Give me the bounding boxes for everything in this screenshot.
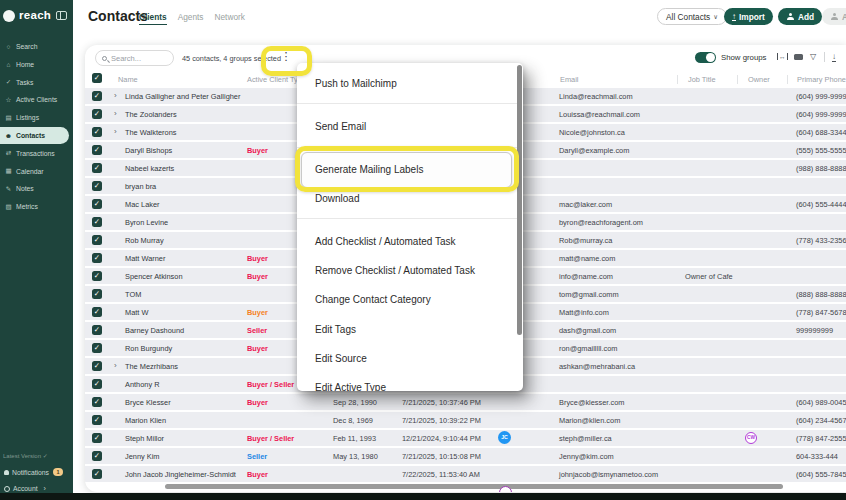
tab-agents[interactable]: Agents <box>178 12 204 25</box>
sidebar-item-home[interactable]: ⌂Home <box>0 56 73 73</box>
sidebar-item-transactions[interactable]: ⇄Transactions <box>0 145 73 162</box>
table-row[interactable]: ✓Jenny KimSellerMay 13, 19807/21/2025, 1… <box>85 448 846 464</box>
menu-item-change-contact-category[interactable]: Change Contact Category <box>315 294 431 305</box>
row-checkbox[interactable]: ✓ <box>92 91 102 101</box>
download-icon[interactable]: ↓ <box>832 52 836 62</box>
email-cell: info@name.com <box>559 272 613 281</box>
menu-item-send-email[interactable]: Send Email <box>315 121 366 132</box>
row-checkbox[interactable]: ✓ <box>92 307 102 317</box>
row-checkbox[interactable]: ✓ <box>92 163 102 173</box>
sidebar-item-search[interactable]: ○Search <box>0 38 73 55</box>
expand-chevron-icon[interactable]: › <box>114 361 117 370</box>
primary-phone-cell: (604) 999-9999 <box>796 110 846 119</box>
tab-network[interactable]: Network <box>215 12 245 25</box>
show-groups-toggle[interactable] <box>695 52 716 63</box>
select-all-checkbox[interactable]: ✓ <box>92 73 102 83</box>
table-row[interactable]: ✓Steph MillorBuyer / SellerFeb 11, 19931… <box>85 430 846 446</box>
calendar-icon: ▦ <box>4 167 13 175</box>
account-label: Account <box>13 485 38 492</box>
contact-name: Ron Burgundy <box>125 344 172 353</box>
app-window: reach ○Search⌂Home✓Tasks☆Active Clients▤… <box>0 0 846 500</box>
row-checkbox[interactable]: ✓ <box>92 469 102 479</box>
row-checkbox[interactable]: ✓ <box>92 109 102 119</box>
table-row[interactable]: ✓Marion KlienDec 8, 19697/21/2025, 10:39… <box>85 412 846 428</box>
filter-funnel-icon[interactable]: ▽ <box>810 52 816 61</box>
row-checkbox[interactable]: ✓ <box>92 397 102 407</box>
row-checkbox[interactable]: ✓ <box>92 325 102 335</box>
menu-item-edit-tags[interactable]: Edit Tags <box>315 324 356 335</box>
menu-item-add-checklist-automated-task[interactable]: Add Checklist / Automated Task <box>315 236 455 247</box>
tasks-icon: ✓ <box>4 78 13 86</box>
primary-phone-cell: (988) 888-8888 <box>796 164 846 173</box>
sidebar-item-listings[interactable]: ▤Listings <box>0 109 73 126</box>
column-header-job-title[interactable]: Job Title <box>688 75 716 84</box>
contact-name: Jenny Kim <box>125 452 160 461</box>
add-button[interactable]: Add <box>778 8 822 25</box>
timestamp-cell: 7/21/2025, 10:39:22 PM <box>402 416 481 425</box>
column-header-name[interactable]: Name <box>118 75 138 84</box>
add-disabled-button: Add <box>822 8 846 25</box>
birthday-cell: May 13, 1980 <box>333 452 378 461</box>
column-header-email[interactable]: Email <box>560 75 578 84</box>
row-checkbox[interactable]: ✓ <box>92 235 102 245</box>
sidebar-item-active-clients[interactable]: ☆Active Clients <box>0 91 73 108</box>
filter-label: All Contacts <box>666 12 710 22</box>
contact-name: Matt W <box>125 308 148 317</box>
sidebar-item-contacts[interactable]: ☻Contacts <box>0 127 69 144</box>
expand-chevron-icon[interactable]: › <box>114 127 117 136</box>
menu-scrollbar[interactable] <box>517 65 522 335</box>
menu-item-download[interactable]: Download <box>315 193 359 204</box>
tab-clients[interactable]: Clients <box>139 12 167 25</box>
sidebar-item-metrics[interactable]: ▨Metrics <box>0 198 73 215</box>
column-header-primary-phone[interactable]: Primary Phone <box>797 75 846 84</box>
chevron-down-icon: ∨ <box>713 13 718 21</box>
active-client-type-badge: Seller <box>247 326 267 335</box>
row-checkbox[interactable]: ✓ <box>92 181 102 191</box>
card-view-icon[interactable] <box>794 54 803 60</box>
active-client-type-badge: Seller <box>247 452 267 461</box>
active-client-type-badge: Buyer <box>247 344 268 353</box>
menu-item-edit-active-type[interactable]: Edit Active Type <box>315 382 386 391</box>
row-checkbox[interactable]: ✓ <box>92 199 102 209</box>
row-checkbox[interactable]: ✓ <box>92 271 102 281</box>
contacts-filter-dropdown[interactable]: All Contacts ∨ <box>657 8 727 25</box>
row-checkbox[interactable]: ✓ <box>92 217 102 227</box>
search-placeholder: Search... <box>111 54 141 63</box>
menu-item-edit-source[interactable]: Edit Source <box>315 353 367 364</box>
email-cell: tom@gmail.comm <box>559 290 619 299</box>
row-checkbox[interactable]: ✓ <box>92 361 102 371</box>
row-checkbox[interactable]: ✓ <box>92 343 102 353</box>
row-checkbox[interactable]: ✓ <box>92 415 102 425</box>
primary-phone-cell: (604) 555-4444 <box>796 200 846 209</box>
sidebar-item-calendar[interactable]: ▦Calendar <box>0 163 73 180</box>
expand-chevron-icon[interactable]: › <box>114 91 117 100</box>
row-checkbox[interactable]: ✓ <box>92 379 102 389</box>
sidebar-item-tasks[interactable]: ✓Tasks <box>0 74 73 91</box>
horizontal-scrollbar[interactable] <box>165 484 783 489</box>
row-checkbox[interactable]: ✓ <box>92 127 102 137</box>
email-cell: Louissa@reachmail.com <box>559 110 640 119</box>
fit-columns-icon[interactable]: ↔ <box>777 53 788 60</box>
sidebar-collapse-icon[interactable] <box>56 11 67 20</box>
expand-chevron-icon[interactable]: › <box>114 109 117 118</box>
row-checkbox[interactable]: ✓ <box>92 253 102 263</box>
sidebar-item-notes[interactable]: ✎Notes <box>0 180 73 197</box>
sidebar-item-notifications[interactable]: Notifications 1 <box>0 468 73 476</box>
column-header-owner[interactable]: Owner <box>748 75 770 84</box>
sidebar-item-account[interactable]: Account › <box>0 485 73 492</box>
primary-phone-cell: (604) 989-0045 <box>796 398 846 407</box>
logo-row: reach <box>0 0 73 33</box>
sidebar-item-label: Calendar <box>16 168 44 175</box>
row-checkbox[interactable]: ✓ <box>92 451 102 461</box>
menu-item-push-to-mailchimp[interactable]: Push to Mailchimp <box>315 78 397 89</box>
row-checkbox[interactable]: ✓ <box>92 433 102 443</box>
row-checkbox[interactable]: ✓ <box>92 145 102 155</box>
menu-item-remove-checklist-automated-task[interactable]: Remove Checklist / Automated Task <box>315 265 475 276</box>
email-cell: Daryll@example.com <box>559 146 629 155</box>
search-input[interactable]: Search... <box>95 50 174 66</box>
table-row[interactable]: ✓John Jacob Jingleheimer-SchmidtBuyer7/2… <box>85 466 846 482</box>
import-button[interactable]: ↑ Import <box>724 8 773 25</box>
notes-icon: ✎ <box>4 185 13 193</box>
table-row[interactable]: ✓Bryce KlesserBuyerSep 28, 19907/21/2025… <box>85 394 846 410</box>
row-checkbox[interactable]: ✓ <box>92 289 102 299</box>
